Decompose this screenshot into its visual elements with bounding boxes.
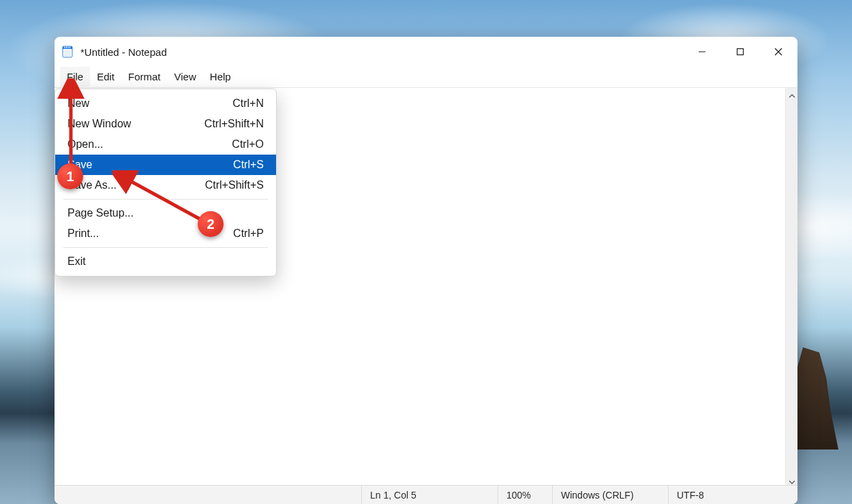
scroll-down-icon[interactable]	[789, 476, 795, 483]
window-title: *Untitled - Notepad	[80, 46, 683, 58]
window-controls	[683, 37, 797, 67]
annotation-badge-1: 1	[57, 163, 83, 189]
status-zoom: 100%	[498, 486, 552, 504]
titlebar[interactable]: *Untitled - Notepad	[55, 37, 797, 67]
menu-edit[interactable]: Edit	[90, 67, 121, 86]
menu-separator	[63, 247, 268, 248]
menuitem-exit[interactable]: Exit	[55, 251, 276, 272]
menuitem-new-window[interactable]: New Window Ctrl+Shift+N	[55, 114, 276, 134]
svg-rect-3	[66, 46, 67, 48]
svg-rect-5	[70, 46, 70, 48]
menuitem-label: Print...	[67, 227, 99, 240]
menuitem-shortcut: Ctrl+Shift+N	[204, 118, 264, 130]
menuitem-new[interactable]: New Ctrl+N	[55, 93, 276, 114]
status-line-ending: Windows (CRLF)	[552, 486, 668, 504]
menu-help[interactable]: Help	[203, 67, 238, 86]
menuitem-shortcut: Ctrl+O	[232, 138, 264, 151]
svg-rect-4	[68, 46, 69, 48]
statusbar: Ln 1, Col 5 100% Windows (CRLF) UTF-8	[55, 485, 797, 504]
menuitem-label: Exit	[67, 255, 86, 268]
notepad-icon	[61, 46, 74, 58]
svg-rect-1	[63, 46, 72, 49]
menuitem-shortcut: Ctrl+P	[233, 227, 264, 240]
menuitem-shortcut: Ctrl+N	[232, 97, 264, 110]
annotation-arrow-1	[57, 78, 85, 174]
menuitem-shortcut: Ctrl+S	[233, 159, 264, 171]
svg-rect-10	[737, 49, 744, 55]
menuitem-open[interactable]: Open... Ctrl+O	[55, 134, 276, 155]
menu-format[interactable]: Format	[121, 67, 168, 86]
close-button[interactable]	[759, 37, 797, 67]
svg-line-14	[121, 176, 208, 223]
svg-rect-2	[65, 46, 65, 48]
annotation-badge-2: 2	[198, 211, 224, 237]
status-position: Ln 1, Col 5	[361, 486, 498, 504]
status-encoding: UTF-8	[668, 486, 797, 504]
menu-view[interactable]: View	[168, 67, 203, 86]
minimize-button[interactable]	[683, 37, 721, 67]
menubar: File Edit Format View Help	[55, 67, 797, 87]
scroll-up-icon[interactable]	[789, 90, 795, 97]
status-spacer	[55, 486, 361, 504]
maximize-button[interactable]	[721, 37, 759, 67]
vertical-scrollbar[interactable]	[785, 88, 797, 485]
